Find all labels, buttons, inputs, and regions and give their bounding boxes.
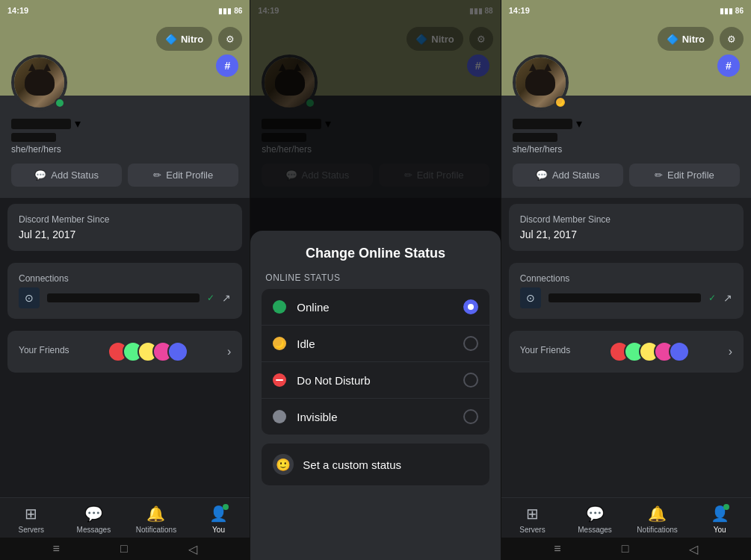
nitro-icon-left: 🔷	[165, 34, 177, 45]
nav-servers-left[interactable]: ⊞ Servers	[0, 504, 63, 534]
messages-icon-left: 💬	[84, 504, 103, 523]
chevron-down-icon-left: ▾	[75, 116, 81, 131]
friend-avatar-5-left	[167, 341, 188, 362]
status-dot-right: 🌙	[554, 96, 566, 108]
panel-middle: 14:19 ▮▮▮ 88 🔷 Nitro ⚙ #	[250, 0, 500, 560]
avatar-container-right: 🌙	[513, 55, 569, 111]
bottom-nav-left: ⊞ Servers 💬 Messages 🔔 Notifications 👤 Y…	[0, 497, 250, 538]
back-btn-left[interactable]: ≡	[53, 542, 60, 556]
header-top-bar-right: 🔷 Nitro ⚙	[501, 21, 751, 57]
pronouns-right: she/her/hers	[513, 144, 740, 155]
status-option-idle[interactable]: 🌙 Idle	[262, 326, 489, 362]
dnd-label: Do Not Disturb	[297, 374, 463, 387]
notifications-icon-right: 🔔	[648, 504, 667, 523]
edit-profile-label-right: Edit Profile	[667, 169, 714, 181]
pronouns-left: she/her/hers	[11, 144, 238, 155]
chevron-down-icon-right: ▾	[576, 116, 582, 131]
profile-actions-right: 💬 Add Status ✏ Edit Profile	[513, 164, 740, 187]
add-status-button-left[interactable]: 💬 Add Status	[11, 164, 122, 187]
settings-button-left[interactable]: ⚙	[218, 27, 242, 51]
username-bar-right	[513, 119, 572, 129]
messages-icon-right: 💬	[585, 504, 605, 523]
change-status-modal: Change Online Status Online Status Onlin…	[250, 231, 500, 560]
back-btn-right[interactable]: ≡	[554, 542, 560, 556]
recents-btn-left[interactable]: ◁	[188, 542, 197, 556]
modal-title: Change Online Status	[262, 246, 489, 261]
status-bar-right-left-content: 14:19	[509, 6, 530, 15]
friends-card-left[interactable]: Your Friends ›	[7, 331, 242, 373]
status-option-dnd[interactable]: Do Not Disturb	[262, 362, 489, 399]
custom-status-button[interactable]: 🙂 Set a custom status	[262, 444, 489, 485]
signal-icon-right: ▮▮▮	[720, 7, 733, 15]
status-option-invisible[interactable]: Invisible	[262, 399, 489, 435]
edit-profile-button-left[interactable]: ✏ Edit Profile	[128, 164, 238, 187]
invisible-status-icon	[273, 410, 286, 423]
status-bar-right-right-content: ▮▮▮ 86	[720, 7, 744, 15]
member-since-label-right: Discord Member Since	[520, 214, 732, 225]
nitro-button-right[interactable]: 🔷 Nitro	[658, 27, 714, 51]
servers-icon-left: ⊞	[22, 504, 41, 523]
bottom-nav-right: ⊞ Servers 💬 Messages 🔔 Notifications 👤 Y…	[501, 497, 751, 538]
you-label-left: You	[212, 526, 225, 534]
panel-right: 14:19 ▮▮▮ 86 🔷 Nitro ⚙ 🌙	[501, 0, 751, 560]
idle-radio[interactable]	[463, 336, 478, 351]
nitro-button-left[interactable]: 🔷 Nitro	[156, 27, 212, 51]
status-bar-right-content: ▮▮▮ 86	[218, 7, 242, 15]
friends-avatars-right	[609, 341, 690, 362]
online-radio[interactable]	[463, 299, 478, 314]
status-bar-right: 14:19 ▮▮▮ 86	[501, 0, 751, 21]
you-dot-left	[223, 504, 229, 510]
add-status-label-right: Add Status	[552, 169, 600, 181]
home-btn-right[interactable]: □	[622, 542, 629, 556]
connections-card-left: Connections ⊙ ✓ ↗	[7, 263, 242, 319]
recents-btn-right[interactable]: ◁	[689, 542, 698, 556]
member-since-label-left: Discord Member Since	[19, 214, 231, 225]
add-status-button-right[interactable]: 💬 Add Status	[513, 164, 623, 187]
nav-notifications-right[interactable]: 🔔 Notifications	[626, 504, 689, 534]
system-nav-right: ≡ □ ◁	[501, 538, 751, 560]
profile-actions-left: 💬 Add Status ✏ Edit Profile	[11, 164, 238, 187]
settings-button-right[interactable]: ⚙	[720, 27, 744, 51]
pencil-icon-right: ✏	[655, 169, 663, 181]
nav-servers-right[interactable]: ⊞ Servers	[501, 504, 564, 534]
idle-label: Idle	[297, 337, 463, 350]
chevron-right-icon-left: ›	[227, 345, 231, 358]
nitro-label-left: Nitro	[181, 34, 203, 45]
status-bar-left-content: 14:19	[7, 6, 28, 15]
home-btn-left[interactable]: □	[120, 542, 128, 556]
messages-label-left: Messages	[77, 526, 111, 534]
status-option-online[interactable]: Online	[262, 289, 489, 326]
friends-card-right[interactable]: Your Friends ›	[509, 331, 744, 373]
friends-avatars-left	[108, 341, 188, 362]
chat-icon-right: 💬	[536, 169, 548, 181]
hash-badge-right: #	[717, 55, 740, 77]
nav-you-left[interactable]: 👤 You	[188, 504, 250, 534]
idle-status-icon: 🌙	[273, 337, 286, 350]
dnd-status-icon	[273, 373, 286, 387]
you-label-right: You	[714, 526, 726, 534]
username-bar-left	[11, 119, 71, 129]
you-icon-left: 👤	[209, 504, 229, 523]
invisible-radio[interactable]	[463, 409, 478, 424]
nav-notifications-left[interactable]: 🔔 Notifications	[125, 504, 188, 534]
external-link-icon-right: ↗	[723, 292, 732, 304]
custom-status-label: Set a custom status	[303, 458, 401, 471]
messages-label-right: Messages	[578, 526, 612, 534]
servers-icon-right: ⊞	[522, 504, 542, 523]
connection-name-right	[548, 293, 701, 302]
friend-avatar-5-right	[669, 341, 690, 362]
nav-messages-right[interactable]: 💬 Messages	[563, 504, 626, 534]
battery-text-right: 86	[735, 7, 744, 15]
modal-section-label: Online Status	[262, 273, 489, 283]
connection-name-left	[47, 293, 200, 302]
nav-you-right[interactable]: 👤 You	[688, 504, 751, 534]
cat-silhouette-right	[525, 69, 555, 96]
cat-silhouette-left	[25, 69, 55, 96]
edit-profile-button-right[interactable]: ✏ Edit Profile	[629, 164, 740, 187]
nav-messages-left[interactable]: 💬 Messages	[63, 504, 126, 534]
panel-left: 14:19 ▮▮▮ 86 🔷 Nitro ⚙ #	[0, 0, 250, 560]
battery-text: 86	[234, 7, 242, 15]
external-link-icon-left: ↗	[222, 292, 231, 304]
username-row-left: ▾	[11, 116, 238, 131]
dnd-radio[interactable]	[463, 373, 478, 388]
